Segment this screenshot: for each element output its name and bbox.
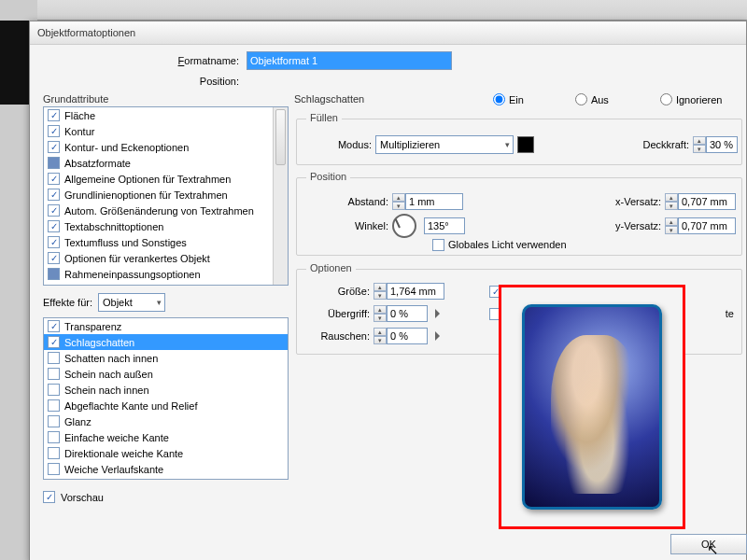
radio-ignorieren[interactable]: Ignorieren: [660, 93, 723, 105]
attr-checkbox[interactable]: ✓: [48, 252, 60, 264]
effects-for-select[interactable]: Objekt: [98, 293, 165, 312]
effect-label: Weiche Verlaufskante: [64, 464, 163, 475]
attr-row[interactable]: Absatzformate: [44, 155, 288, 171]
modus-label: Modus:: [316, 139, 372, 150]
attr-row[interactable]: ✓Kontur- und Eckenoptionen: [44, 139, 288, 155]
effect-row[interactable]: Schein nach innen: [44, 382, 288, 398]
attr-label: Fläche: [64, 110, 95, 121]
attr-label: Allgemeine Optionen für Textrahmen: [64, 174, 231, 185]
scrollbar[interactable]: [273, 107, 288, 285]
preview-image: [522, 304, 662, 510]
radio-ein[interactable]: Ein: [493, 93, 524, 105]
attr-row[interactable]: ✓Optionen für verankertes Objekt: [44, 250, 288, 266]
effect-label: Transparenz: [64, 321, 121, 332]
ok-button[interactable]: OK: [670, 534, 747, 554]
effect-row[interactable]: Schatten nach innen: [44, 350, 288, 366]
angle-label: Winkel:: [316, 220, 388, 231]
attr-label: Autom. Größenänderung von Textrahmen: [64, 205, 254, 217]
effect-row[interactable]: Abgeflachte Kante und Relief: [44, 398, 288, 413]
y-offset-label: y-Versatz:: [615, 220, 661, 231]
attr-checkbox[interactable]: [48, 157, 60, 169]
attr-checkbox[interactable]: ✓: [48, 109, 60, 121]
attr-row[interactable]: ✓Textumfluss und Sonstiges: [44, 234, 288, 250]
effect-row[interactable]: Schein nach außen: [44, 366, 288, 382]
position-group: Position Abstand: ▴▾ Winkel: Globales Li…: [296, 177, 742, 256]
attr-row[interactable]: ✓Allgemeine Optionen für Textrahmen: [44, 171, 288, 187]
size-input[interactable]: ▴▾: [374, 283, 444, 300]
effect-label: Schatten nach innen: [64, 353, 158, 364]
noise-input[interactable]: ▴▾: [374, 328, 428, 344]
effect-label: Abgeflachte Kante und Relief: [64, 400, 198, 412]
effect-label: Schein nach innen: [64, 385, 149, 396]
effect-row[interactable]: Einfache weiche Kante: [44, 429, 288, 445]
distance-label: Abstand:: [316, 196, 388, 207]
x-offset-input[interactable]: ▴▾: [665, 193, 736, 210]
shadow-mode-radios: Ein Aus Ignorieren: [493, 93, 722, 105]
attr-checkbox[interactable]: ✓: [48, 204, 60, 217]
preview-checkbox[interactable]: ✓: [43, 491, 55, 503]
effect-checkbox[interactable]: ✓: [48, 320, 60, 332]
preview-label: VVorschauorschau: [61, 492, 104, 503]
distance-input[interactable]: ▴▾: [392, 193, 463, 210]
effect-checkbox[interactable]: [48, 415, 60, 427]
effect-checkbox[interactable]: [48, 352, 60, 364]
attr-checkbox[interactable]: ✓: [48, 236, 60, 248]
attr-label: Textabschnittoptionen: [64, 221, 163, 232]
noise-label: Rauschen:: [310, 330, 370, 342]
effect-label: Einfache weiche Kante: [64, 432, 169, 443]
shadow-title: Schlagschatten: [294, 93, 364, 105]
attr-checkbox[interactable]: ✓: [48, 141, 60, 153]
attr-checkbox[interactable]: ✓: [48, 173, 60, 185]
attr-checkbox[interactable]: ✓: [48, 125, 60, 137]
angle-dial[interactable]: [392, 214, 416, 238]
modus-select[interactable]: Multiplizieren: [375, 135, 514, 154]
angle-input[interactable]: [424, 217, 465, 234]
preview-panel: [499, 285, 685, 529]
attr-label: Kontur- und Eckenoptionen: [64, 142, 189, 153]
effect-row[interactable]: Weiche Verlaufskante: [44, 461, 288, 477]
effect-label: Glanz: [64, 416, 92, 427]
effects-for-label: Effekte für:Effekte für:: [43, 297, 92, 308]
attr-row[interactable]: ✓Textabschnittoptionen: [44, 218, 288, 234]
color-swatch[interactable]: [517, 136, 534, 153]
effect-checkbox[interactable]: [48, 447, 60, 459]
effect-row[interactable]: ✓Schlagschatten: [44, 334, 288, 350]
attr-label: Absatzformate: [64, 158, 131, 169]
attr-row[interactable]: ✓Kontur: [44, 123, 288, 139]
effect-checkbox[interactable]: [48, 384, 60, 396]
attr-checkbox[interactable]: ✓: [48, 220, 60, 232]
effect-checkbox[interactable]: [48, 399, 60, 412]
global-light-checkbox[interactable]: [432, 239, 444, 251]
opacity-input[interactable]: ▴▾: [693, 136, 738, 153]
attr-row[interactable]: ✓Autom. Größenänderung von Textrahmen: [44, 203, 288, 218]
spread-input[interactable]: ▴▾: [374, 305, 428, 322]
attr-row[interactable]: Rahmeneinpassungsoptionen: [44, 266, 288, 282]
effect-label: Schlagschatten: [64, 337, 134, 348]
attr-checkbox[interactable]: [48, 268, 60, 280]
attr-label: Textumfluss und Sonstiges: [64, 237, 187, 248]
format-name-input[interactable]: [247, 51, 452, 70]
effect-checkbox[interactable]: [48, 368, 60, 380]
attr-row[interactable]: ✓Grundlinienoptionen für Textrahmen: [44, 187, 288, 203]
y-offset-input[interactable]: ▴▾: [665, 217, 736, 234]
effects-list[interactable]: ✓Transparenz✓SchlagschattenSchatten nach…: [43, 317, 289, 480]
opacity-label: Deckkraft:: [642, 139, 689, 150]
format-name-label: FFormatname:ormatname:: [30, 55, 247, 66]
attr-checkbox[interactable]: ✓: [48, 189, 60, 201]
radio-aus[interactable]: Aus: [575, 93, 609, 105]
size-label: Größe:: [310, 286, 370, 297]
attributes-list[interactable]: ✓Fläche✓Kontur✓Kontur- und Eckenoptionen…: [43, 106, 289, 286]
effect-row[interactable]: ✓Transparenz: [44, 318, 288, 334]
effect-checkbox[interactable]: [48, 463, 60, 475]
spread-label: Übergriff:: [310, 308, 370, 319]
attr-label: Grundlinienoptionen für Textrahmen: [64, 189, 228, 201]
attr-label: Kontur: [64, 126, 94, 137]
attr-label: Rahmeneinpassungsoptionen: [64, 269, 201, 280]
effect-row[interactable]: Direktionale weiche Kante: [44, 445, 288, 461]
effect-checkbox[interactable]: [48, 431, 60, 443]
effect-checkbox[interactable]: ✓: [48, 336, 60, 348]
effect-row[interactable]: Glanz: [44, 413, 288, 429]
effect-label: Direktionale weiche Kante: [64, 448, 183, 459]
x-offset-label: x-Versatz:: [615, 196, 661, 207]
attr-row[interactable]: ✓Fläche: [44, 107, 288, 123]
